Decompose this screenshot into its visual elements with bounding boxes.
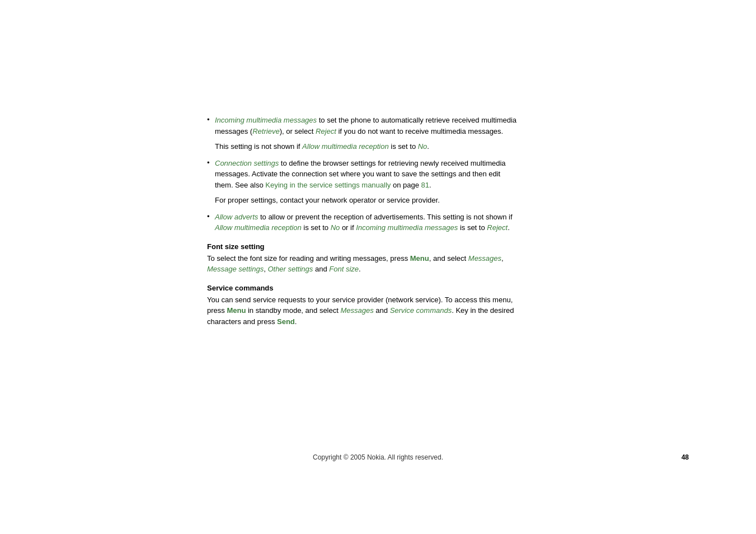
- page-container: • Incoming multimedia messages to set th…: [0, 0, 756, 534]
- retrieve-link: Retrieve: [252, 127, 279, 135]
- no-link-2: No: [331, 223, 340, 232]
- service-cmd-text5: .: [295, 317, 297, 326]
- keying-service-settings-link: Keying in the service settings manually: [265, 181, 391, 189]
- note1-text1: This setting is not shown if: [215, 142, 302, 151]
- bullet-item-3: • Allow adverts to allow or prevent the …: [207, 212, 520, 233]
- bullet3-text3: or if: [340, 223, 356, 232]
- font-size-text2: , and select: [429, 254, 468, 263]
- bullet-dot-2: •: [207, 158, 215, 167]
- service-commands-section: Service commands You can send service re…: [207, 284, 520, 327]
- bullet2-text3: .: [429, 181, 431, 189]
- service-cmd-text3: and: [374, 306, 390, 315]
- note-2: For proper settings, contact your networ…: [215, 195, 520, 206]
- copyright-text: Copyright © 2005 Nokia. All rights reser…: [313, 453, 443, 461]
- allow-multimedia-reception-link: Allow multimedia reception: [302, 142, 389, 151]
- bullet1-text3: if you do not want to receive multimedia…: [336, 127, 503, 135]
- bullet-content-1: Incoming multimedia messages to set the …: [215, 115, 520, 137]
- bullet-dot-3: •: [207, 212, 215, 221]
- service-commands-link: Service commands: [390, 306, 452, 315]
- font-size-heading: Font size setting: [207, 242, 520, 251]
- font-size-text1: To select the font size for reading and …: [207, 254, 410, 263]
- font-size-text6: .: [359, 265, 361, 273]
- font-size-text5: and: [313, 265, 329, 273]
- bullet-item-2: • Connection settings to define the brow…: [207, 158, 520, 191]
- connection-settings-term: Connection settings: [215, 159, 279, 167]
- incoming-multimedia-term: Incoming multimedia messages: [215, 116, 317, 124]
- message-settings-link: Message settings: [207, 265, 264, 273]
- page-number: 48: [682, 453, 689, 461]
- no-link-1: No: [418, 142, 428, 151]
- menu-link-1: Menu: [410, 254, 429, 263]
- bullet-content-3: Allow adverts to allow or prevent the re…: [215, 212, 520, 233]
- bullet-content-2: Connection settings to define the browse…: [215, 158, 520, 191]
- page-81-link: 81: [421, 181, 429, 189]
- bullet-item-1: • Incoming multimedia messages to set th…: [207, 115, 520, 137]
- allow-adverts-term: Allow adverts: [215, 213, 258, 221]
- font-size-text3: ,: [501, 254, 504, 263]
- bullet3-text2: is set to: [302, 223, 331, 232]
- menu-link-2: Menu: [227, 306, 246, 315]
- bullet3-text4: is set to: [458, 223, 487, 232]
- font-size-link: Font size: [329, 265, 359, 273]
- messages-link-1: Messages: [468, 254, 501, 263]
- note2-text: For proper settings, contact your networ…: [215, 196, 440, 204]
- bullet3-text1: to allow or prevent the reception of adv…: [258, 213, 512, 221]
- note1-text3: .: [427, 142, 429, 151]
- bullet-dot-1: •: [207, 115, 215, 124]
- service-commands-heading: Service commands: [207, 284, 520, 292]
- service-cmd-text2: in standby mode, and select: [246, 306, 340, 315]
- reject-link-2: Reject: [487, 223, 508, 232]
- allow-multimedia-reception-link-2: Allow multimedia reception: [215, 223, 302, 232]
- service-commands-paragraph: You can send service requests to your se…: [207, 294, 520, 327]
- reject-link: Reject: [316, 127, 336, 135]
- send-link: Send: [277, 317, 295, 326]
- bullet-list: • Incoming multimedia messages to set th…: [207, 115, 520, 233]
- font-size-paragraph: To select the font size for reading and …: [207, 253, 520, 275]
- note1-text2: is set to: [389, 142, 418, 151]
- note-1: This setting is not shown if Allow multi…: [215, 141, 520, 152]
- bullet2-text2: on page: [391, 181, 421, 189]
- incoming-multimedia-messages-link: Incoming multimedia messages: [356, 223, 458, 232]
- content-area: • Incoming multimedia messages to set th…: [207, 115, 520, 332]
- footer: Copyright © 2005 Nokia. All rights reser…: [0, 453, 756, 461]
- bullet1-text2: ), or select: [280, 127, 316, 135]
- other-settings-link: Other settings: [267, 265, 313, 273]
- bullet3-text5: .: [508, 223, 510, 232]
- messages-link-2: Messages: [340, 306, 373, 315]
